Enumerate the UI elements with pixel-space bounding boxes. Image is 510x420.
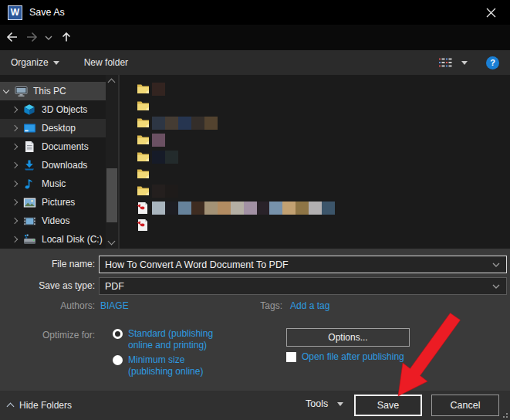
sidebar-item-downloads[interactable]: Downloads xyxy=(0,156,106,174)
authors-value[interactable]: BIAGE xyxy=(100,300,129,311)
redacted-filename-block xyxy=(152,134,165,147)
pdf-file-item[interactable] xyxy=(120,216,510,233)
this-pc-icon xyxy=(14,85,28,97)
word-app-icon: W xyxy=(8,5,22,20)
sidebar-item-pictures[interactable]: Pictures xyxy=(0,193,106,212)
navigation-bar: ›This PC›Desktop xyxy=(0,25,510,50)
radio-minimum-size[interactable] xyxy=(113,355,123,365)
cancel-button[interactable]: Cancel xyxy=(431,395,499,416)
sidebar-item-documents[interactable]: Documents xyxy=(0,137,106,156)
hide-folders-button[interactable]: Hide Folders xyxy=(8,400,72,411)
scrollbar-thumb[interactable] xyxy=(106,168,117,222)
add-a-tag-link[interactable]: Add a tag xyxy=(290,300,329,311)
chevron-right-icon[interactable] xyxy=(12,218,18,224)
close-button[interactable] xyxy=(479,2,502,23)
chevron-down-icon[interactable] xyxy=(492,262,500,268)
sidebar-item-label: Music xyxy=(42,178,66,189)
sidebar-item-label: This PC xyxy=(33,86,66,97)
sidebar-item-videos[interactable]: Videos xyxy=(0,212,106,230)
sidebar-item-music[interactable]: Music xyxy=(0,174,106,193)
chevron-right-icon[interactable] xyxy=(12,144,18,150)
3d-objects-icon xyxy=(22,103,36,116)
scroll-up-icon[interactable] xyxy=(108,79,116,86)
folder-item[interactable] xyxy=(120,80,510,97)
chevron-right-icon[interactable] xyxy=(12,162,18,168)
change-view-button[interactable] xyxy=(438,57,468,68)
sidebar-scrollbar[interactable] xyxy=(106,75,118,249)
new-folder-button[interactable]: New folder xyxy=(84,57,128,68)
help-icon: ? xyxy=(486,56,499,69)
command-toolbar: Organize New folder ? xyxy=(0,50,510,75)
save-button[interactable]: Save xyxy=(354,395,422,416)
open-file-after-publishing-checkbox[interactable] xyxy=(286,352,296,362)
folder-item[interactable] xyxy=(120,182,510,199)
help-button[interactable]: ? xyxy=(486,56,499,69)
sidebar-item-label: Documents xyxy=(42,141,89,152)
forward-button[interactable] xyxy=(25,31,39,43)
save-as-type-input[interactable] xyxy=(105,281,492,292)
save-as-type-combobox[interactable] xyxy=(99,277,507,295)
folder-item[interactable] xyxy=(120,131,510,148)
redacted-filename-block xyxy=(257,202,269,215)
save-as-dialog: W Save As xyxy=(0,0,510,420)
redacted-filename-block xyxy=(231,202,244,215)
redacted-filename-block xyxy=(165,117,178,130)
file-name-input[interactable] xyxy=(105,259,492,270)
chevron-down-icon xyxy=(45,35,52,41)
sidebar-item-local-disk-c[interactable]: Local Disk (C:) xyxy=(0,230,106,249)
dialog-footer: Hide Folders Tools Save Cancel xyxy=(0,391,510,420)
folder-item[interactable] xyxy=(120,165,510,182)
save-as-type-label: Save as type: xyxy=(0,280,95,291)
open-file-after-publishing-label[interactable]: Open file after publishing xyxy=(302,351,404,362)
chevron-right-icon[interactable] xyxy=(12,107,18,113)
sidebar-tree: This PC3D ObjectsDesktopDocumentsDownloa… xyxy=(0,75,106,249)
sidebar-item-label: Pictures xyxy=(42,197,75,208)
up-button[interactable] xyxy=(60,31,73,43)
back-button[interactable] xyxy=(5,31,19,43)
tools-button[interactable]: Tools xyxy=(306,398,343,409)
folder-icon xyxy=(137,117,152,129)
downloads-icon xyxy=(22,159,36,171)
sidebar-item-label: Videos xyxy=(42,215,69,226)
radio-minimum-size-label[interactable]: Minimum size (publishing online) xyxy=(128,354,244,378)
scroll-down-icon[interactable] xyxy=(108,238,116,246)
sidebar-item-3d-objects[interactable]: 3D Objects xyxy=(0,100,106,119)
redacted-filename-block xyxy=(152,83,165,96)
redacted-filename-block xyxy=(152,185,165,198)
folder-item[interactable] xyxy=(120,114,510,131)
file-name-combobox[interactable] xyxy=(99,256,507,273)
redacted-filename-block xyxy=(322,202,335,215)
details-view-icon xyxy=(438,57,452,68)
chevron-right-icon[interactable] xyxy=(12,236,18,242)
tags-label: Tags: xyxy=(228,300,282,311)
folder-item[interactable] xyxy=(120,148,510,165)
chevron-right-icon[interactable] xyxy=(12,199,18,205)
radio-standard[interactable] xyxy=(113,329,123,339)
sidebar-item-desktop[interactable]: Desktop xyxy=(0,119,106,137)
local-disk-icon xyxy=(22,233,36,246)
redacted-filename-block xyxy=(165,185,178,198)
redacted-filename-block xyxy=(218,202,231,215)
radio-standard-label[interactable]: Standard (publishing online and printing… xyxy=(128,328,244,351)
redacted-filename-block xyxy=(165,151,178,164)
chevron-right-icon[interactable] xyxy=(12,181,18,187)
sidebar-item-this-pc[interactable]: This PC xyxy=(0,82,106,100)
pdf-file-item[interactable] xyxy=(120,199,510,216)
radio-minimum-line2: (publishing online) xyxy=(128,366,203,377)
folder-icon xyxy=(137,168,152,180)
folder-icon xyxy=(137,134,152,146)
chevron-right-icon[interactable] xyxy=(12,125,18,131)
recent-locations-button[interactable] xyxy=(45,35,52,41)
chevron-down-icon[interactable] xyxy=(492,283,500,290)
options-button[interactable]: Options... xyxy=(286,328,410,347)
chevron-down-icon[interactable] xyxy=(3,86,9,93)
redacted-filename-block xyxy=(191,117,204,130)
folder-item[interactable] xyxy=(120,97,510,114)
resize-grip-icon[interactable] xyxy=(502,412,508,418)
pictures-icon xyxy=(22,197,36,208)
redacted-filename-block xyxy=(191,202,204,215)
organize-button[interactable]: Organize xyxy=(11,57,59,68)
desktop-icon xyxy=(22,122,36,134)
chevron-up-icon xyxy=(7,403,15,411)
pdf-icon xyxy=(137,202,152,215)
